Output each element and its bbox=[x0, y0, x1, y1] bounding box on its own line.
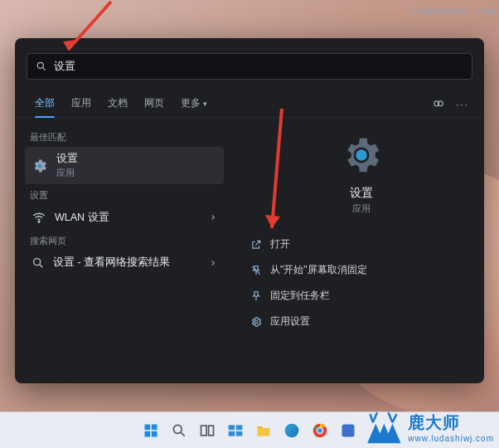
filter-tabs: 全部 应用 文档 网页 更多 ▾ ··· bbox=[15, 88, 484, 118]
more-options-icon[interactable]: ··· bbox=[456, 99, 469, 110]
svg-rect-21 bbox=[209, 426, 214, 436]
result-title: 设置 - 查看网络搜索结果 bbox=[53, 256, 170, 270]
svg-rect-20 bbox=[201, 426, 207, 436]
task-view-button[interactable] bbox=[196, 419, 219, 442]
brand-logo: 鹿大师 www.ludashiwj.com bbox=[360, 410, 494, 445]
annotation-arrow-search bbox=[53, 0, 128, 76]
feedback-icon[interactable] bbox=[433, 99, 444, 110]
svg-line-1 bbox=[42, 67, 45, 70]
svg-rect-25 bbox=[236, 431, 243, 436]
details-title: 设置 bbox=[350, 186, 373, 201]
tab-more[interactable]: 更多 ▾ bbox=[172, 91, 216, 117]
svg-line-19 bbox=[181, 432, 185, 436]
tab-apps[interactable]: 应用 bbox=[63, 91, 99, 117]
svg-rect-24 bbox=[229, 431, 235, 436]
file-explorer-button[interactable] bbox=[252, 419, 275, 442]
taskbar-app-button[interactable] bbox=[337, 419, 360, 442]
result-wlan-settings[interactable]: WLAN 设置 bbox=[25, 205, 224, 230]
action-label: 从"开始"屏幕取消固定 bbox=[270, 263, 367, 277]
svg-point-4 bbox=[38, 163, 42, 168]
svg-rect-30 bbox=[342, 424, 355, 436]
svg-rect-16 bbox=[145, 431, 151, 436]
action-unpin-start[interactable]: 从"开始"屏幕取消固定 bbox=[247, 257, 476, 283]
result-subtitle: 应用 bbox=[56, 167, 78, 179]
svg-rect-23 bbox=[236, 425, 243, 430]
taskbar-search-button[interactable] bbox=[167, 419, 191, 442]
svg-line-33 bbox=[272, 109, 282, 228]
app-settings-icon bbox=[250, 316, 262, 328]
pin-taskbar-icon bbox=[250, 290, 262, 302]
section-settings: 设置 bbox=[25, 184, 224, 205]
result-title: 设置 bbox=[56, 152, 78, 166]
action-label: 应用设置 bbox=[270, 314, 310, 329]
chevron-right-icon bbox=[209, 213, 217, 222]
tab-documents[interactable]: 文档 bbox=[99, 91, 136, 117]
svg-point-26 bbox=[285, 423, 299, 437]
svg-marker-34 bbox=[265, 215, 280, 228]
search-icon bbox=[31, 256, 45, 270]
unpin-start-icon bbox=[250, 265, 262, 276]
results-left-column: 最佳匹配 设置 应用 设置 WLAN 设置 搜索网页 bbox=[15, 118, 229, 383]
gear-icon bbox=[31, 158, 48, 174]
brand-name: 鹿大师 bbox=[408, 411, 494, 434]
chrome-button[interactable] bbox=[308, 419, 332, 442]
tab-web[interactable]: 网页 bbox=[136, 91, 172, 117]
wifi-icon bbox=[31, 210, 46, 225]
brand-url: www.ludashiwj.com bbox=[408, 434, 494, 443]
section-search-web: 搜索网页 bbox=[25, 230, 224, 251]
svg-point-5 bbox=[38, 222, 40, 223]
windows-search-panel: 全部 应用 文档 网页 更多 ▾ ··· 最佳匹配 设置 应用 设置 bbox=[15, 38, 484, 383]
tab-all[interactable]: 全部 bbox=[27, 91, 63, 117]
edge-button[interactable] bbox=[280, 419, 303, 442]
svg-line-31 bbox=[68, 2, 111, 50]
results-body: 最佳匹配 设置 应用 设置 WLAN 设置 搜索网页 bbox=[15, 118, 484, 383]
svg-point-0 bbox=[37, 62, 43, 68]
action-pin-taskbar[interactable]: 固定到任务栏 bbox=[247, 283, 476, 309]
search-icon bbox=[36, 61, 47, 72]
action-label: 固定到任务栏 bbox=[270, 289, 330, 303]
details-subtitle: 应用 bbox=[352, 202, 371, 215]
svg-rect-14 bbox=[145, 424, 151, 430]
svg-rect-17 bbox=[152, 431, 157, 436]
svg-line-7 bbox=[40, 264, 43, 267]
annotation-arrow-open bbox=[257, 104, 307, 248]
svg-rect-15 bbox=[152, 424, 157, 430]
start-button[interactable] bbox=[139, 419, 162, 442]
svg-point-6 bbox=[34, 258, 41, 265]
settings-app-icon bbox=[339, 133, 384, 178]
action-app-settings[interactable]: 应用设置 bbox=[247, 309, 476, 334]
svg-rect-22 bbox=[229, 425, 235, 430]
svg-point-13 bbox=[254, 320, 258, 324]
result-title: WLAN 设置 bbox=[55, 211, 109, 225]
watermark: ludashiwj.com bbox=[413, 5, 496, 17]
svg-point-18 bbox=[173, 425, 182, 433]
svg-point-9 bbox=[356, 149, 367, 161]
chevron-right-icon bbox=[209, 259, 217, 267]
deer-logo-icon bbox=[360, 410, 403, 445]
svg-point-29 bbox=[317, 428, 322, 433]
section-best-match: 最佳匹配 bbox=[25, 126, 224, 147]
widgets-button[interactable] bbox=[224, 419, 247, 442]
result-web-search[interactable]: 设置 - 查看网络搜索结果 bbox=[25, 251, 224, 275]
result-best-match-settings[interactable]: 设置 应用 bbox=[25, 147, 224, 184]
